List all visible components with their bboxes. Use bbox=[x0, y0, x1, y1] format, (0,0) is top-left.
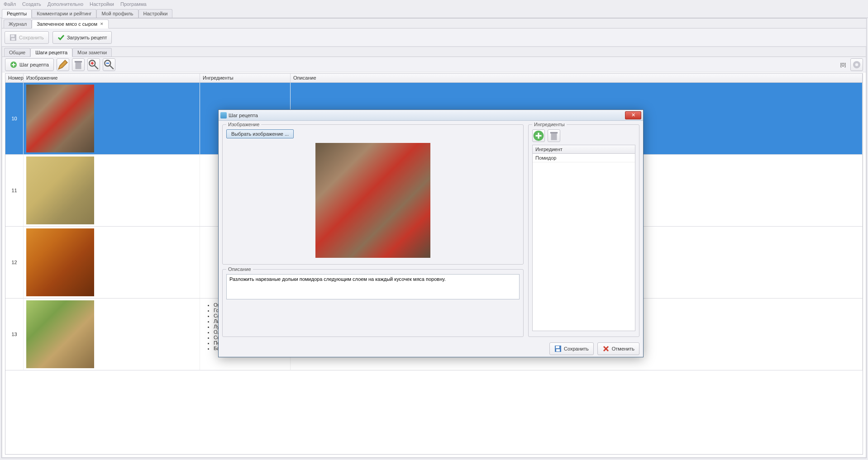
save-button[interactable]: Сохранить bbox=[5, 31, 49, 44]
step-thumbnail bbox=[26, 300, 94, 368]
svg-point-9 bbox=[855, 63, 858, 66]
tab-profile[interactable]: Мой профиль bbox=[96, 9, 138, 18]
menu-settings[interactable]: Настройки bbox=[88, 1, 116, 7]
menubar: Файл Создать Дополнительно Настройки Про… bbox=[0, 0, 868, 8]
trash-icon bbox=[548, 130, 560, 142]
svg-rect-2 bbox=[11, 38, 15, 40]
description-legend: Описание bbox=[226, 266, 253, 272]
add-step-button[interactable]: Шаг рецепта bbox=[5, 58, 54, 71]
save-button-label: Сохранить bbox=[19, 35, 44, 40]
close-icon[interactable]: ✕ bbox=[100, 22, 104, 26]
table-header: Номер Изображение Ингредиенты Описание bbox=[5, 74, 863, 83]
edit-button[interactable] bbox=[57, 58, 69, 71]
svg-rect-11 bbox=[551, 133, 557, 140]
cancel-icon bbox=[602, 345, 610, 352]
document-tabs: Журнал Запеченное мясо с сыром ✕ bbox=[2, 19, 866, 28]
ingredients-list: Ингредиент Помидор bbox=[532, 145, 635, 331]
step-thumbnail bbox=[26, 85, 94, 152]
dialog-cancel-label: Отменить bbox=[612, 346, 634, 351]
subtab-steps[interactable]: Шаги рецепта bbox=[30, 48, 72, 57]
header-ingredients[interactable]: Ингредиенты bbox=[200, 74, 291, 82]
load-recipe-button[interactable]: Загрузить рецепт bbox=[52, 31, 112, 44]
menu-extra[interactable]: Дополнительно bbox=[46, 1, 85, 7]
image-fieldset: Изображение Выбрать изображение ... bbox=[222, 124, 524, 265]
dialog-cancel-button[interactable]: Отменить bbox=[597, 342, 639, 355]
step-thumbnail bbox=[26, 156, 94, 224]
cell-number: 13 bbox=[5, 299, 24, 370]
header-number[interactable]: Номер bbox=[5, 74, 24, 82]
dialog-close-button[interactable]: ✕ bbox=[625, 111, 641, 119]
svg-rect-15 bbox=[556, 349, 560, 351]
ingredients-legend: Ингредиенты bbox=[532, 122, 567, 127]
gear-button[interactable] bbox=[850, 58, 863, 71]
menu-program[interactable]: Программа bbox=[119, 1, 148, 7]
zoom-in-icon bbox=[88, 59, 100, 71]
plus-icon bbox=[10, 61, 17, 68]
image-preview bbox=[315, 143, 430, 258]
ingredients-fieldset: Ингредиенты Ингредиент Помидор bbox=[528, 124, 639, 337]
step-dialog: Шаг рецепта ✕ Изображение Выбрать изобра… bbox=[218, 109, 644, 357]
cell-number: 10 bbox=[5, 83, 24, 154]
subtab-notes[interactable]: Мои заметки bbox=[72, 48, 112, 57]
dialog-save-label: Сохранить bbox=[564, 346, 589, 351]
svg-rect-4 bbox=[75, 62, 81, 69]
svg-rect-12 bbox=[550, 132, 558, 133]
floppy-icon bbox=[10, 34, 17, 41]
cell-image bbox=[24, 155, 200, 226]
ingredients-toolbar bbox=[532, 129, 635, 142]
dialog-icon bbox=[220, 112, 227, 119]
header-image[interactable]: Изображение bbox=[24, 74, 200, 82]
step-counter: [0] bbox=[840, 62, 846, 67]
tab-recipes[interactable]: Рецепты bbox=[2, 9, 32, 18]
menu-file[interactable]: Файл bbox=[2, 1, 18, 7]
doc-tab-recipe[interactable]: Запеченное мясо с сыром ✕ bbox=[32, 19, 109, 28]
step-thumbnail bbox=[26, 228, 94, 296]
dialog-footer: Сохранить Отменить bbox=[219, 341, 643, 357]
ingredient-header[interactable]: Ингредиент bbox=[533, 145, 635, 154]
app-window: Файл Создать Дополнительно Настройки Про… bbox=[0, 0, 868, 460]
dialog-right-column: Ингредиенты Ингредиент Помидор bbox=[528, 124, 639, 337]
dialog-body: Изображение Выбрать изображение ... Опис… bbox=[219, 121, 643, 341]
add-step-label: Шаг рецепта bbox=[19, 62, 49, 67]
trash-icon bbox=[72, 59, 84, 71]
cell-image bbox=[24, 83, 200, 154]
dialog-save-button[interactable]: Сохранить bbox=[549, 342, 594, 355]
doc-tab-recipe-label: Запеченное мясо с сыром bbox=[37, 21, 97, 27]
doc-tab-journal[interactable]: Журнал bbox=[4, 19, 32, 28]
main-tabs: Рецепты Комментарии и рейтинг Мой профил… bbox=[0, 8, 868, 18]
cell-number: 12 bbox=[5, 227, 24, 298]
load-recipe-label: Загрузить рецепт bbox=[67, 35, 107, 40]
sub-tabs: Общие Шаги рецепта Мои заметки bbox=[2, 47, 866, 57]
step-toolbar: Шаг рецепта [0] bbox=[2, 57, 866, 72]
close-icon: ✕ bbox=[631, 112, 635, 118]
dialog-title: Шаг рецепта bbox=[229, 113, 258, 118]
tab-comments[interactable]: Комментарии и рейтинг bbox=[32, 9, 96, 18]
delete-button[interactable] bbox=[72, 58, 85, 71]
floppy-icon bbox=[554, 345, 562, 352]
subtab-general[interactable]: Общие bbox=[4, 48, 30, 57]
svg-rect-5 bbox=[75, 61, 82, 62]
dialog-titlebar[interactable]: Шаг рецепта ✕ bbox=[219, 110, 643, 121]
dialog-left-column: Изображение Выбрать изображение ... Опис… bbox=[222, 124, 524, 337]
plus-icon bbox=[533, 130, 544, 142]
pencil-icon bbox=[57, 59, 69, 71]
tab-settings[interactable]: Настройки bbox=[138, 9, 173, 18]
description-textarea[interactable] bbox=[226, 274, 520, 299]
check-icon bbox=[57, 34, 65, 41]
cell-image bbox=[24, 227, 200, 298]
image-legend: Изображение bbox=[226, 122, 261, 127]
zoom-out-icon bbox=[103, 59, 115, 71]
cell-number: 11 bbox=[5, 155, 24, 226]
svg-rect-14 bbox=[556, 346, 559, 348]
zoom-in-button[interactable] bbox=[87, 58, 100, 71]
header-description[interactable]: Описание bbox=[291, 74, 863, 82]
ingredient-row[interactable]: Помидор bbox=[533, 154, 635, 162]
delete-ingredient-button[interactable] bbox=[548, 129, 560, 142]
svg-rect-1 bbox=[11, 35, 14, 37]
select-image-button[interactable]: Выбрать изображение ... bbox=[226, 129, 294, 138]
cell-image bbox=[24, 299, 200, 370]
zoom-out-button[interactable] bbox=[103, 58, 115, 71]
add-ingredient-button[interactable] bbox=[532, 129, 545, 142]
description-fieldset: Описание bbox=[222, 269, 524, 337]
menu-create[interactable]: Создать bbox=[20, 1, 43, 7]
